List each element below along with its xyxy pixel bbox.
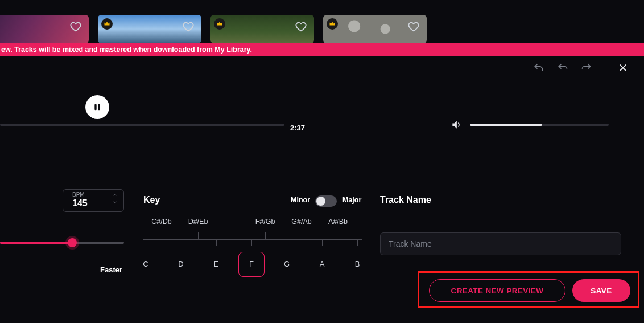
template-card[interactable] bbox=[0, 15, 89, 43]
key-option-csharp[interactable]: C#/Db bbox=[151, 218, 171, 226]
key-option-e[interactable]: E bbox=[214, 260, 219, 268]
key-option-f[interactable]: F bbox=[249, 260, 254, 268]
template-card[interactable] bbox=[98, 15, 201, 43]
playback-duration: 2:37 bbox=[290, 124, 305, 132]
volume-icon[interactable] bbox=[451, 119, 462, 133]
track-name-input[interactable] bbox=[380, 232, 621, 255]
key-option-dsharp[interactable]: D#/Eb bbox=[188, 218, 208, 226]
chevron-up-icon[interactable] bbox=[111, 192, 119, 198]
create-preview-button[interactable]: CREATE NEW PREVIEW bbox=[429, 279, 565, 302]
key-mode-toggle[interactable] bbox=[315, 195, 337, 207]
tempo-slider-fill bbox=[0, 242, 72, 244]
crown-icon bbox=[101, 18, 113, 30]
crown-icon bbox=[214, 18, 225, 30]
info-banner: ew. Tracks will be mixed and mastered wh… bbox=[0, 43, 644, 56]
key-picker: C#/Db D#/Eb F#/Gb G#/Ab A#/Bb C D E bbox=[143, 218, 362, 273]
redo-icon[interactable] bbox=[581, 62, 592, 76]
reply-icon[interactable] bbox=[533, 62, 544, 76]
key-option-a[interactable]: A bbox=[320, 260, 325, 268]
player-bar: 2:37 bbox=[0, 81, 644, 138]
key-option-g[interactable]: G bbox=[284, 260, 290, 268]
volume-slider[interactable] bbox=[470, 124, 609, 126]
close-icon[interactable] bbox=[618, 63, 628, 75]
bpm-stepper[interactable]: BPM 145 bbox=[63, 189, 124, 212]
crown-icon bbox=[327, 18, 338, 30]
key-option-d[interactable]: D bbox=[178, 260, 183, 268]
volume-slider-fill bbox=[470, 124, 542, 126]
tempo-slider-thumb[interactable] bbox=[68, 238, 77, 247]
key-option-asharp[interactable]: A#/Bb bbox=[328, 218, 348, 226]
track-name-label: Track Name bbox=[380, 195, 431, 205]
divider bbox=[605, 63, 605, 75]
key-naturals-row: C D E F G A B bbox=[143, 260, 362, 273]
bpm-label: BPM bbox=[72, 191, 85, 198]
key-option-c[interactable]: C bbox=[143, 260, 148, 268]
chevron-down-icon[interactable] bbox=[111, 199, 119, 205]
playback-progress[interactable] bbox=[0, 124, 284, 126]
svg-rect-0 bbox=[94, 104, 96, 111]
bpm-value: 145 bbox=[72, 198, 88, 208]
save-button[interactable]: SAVE bbox=[572, 279, 630, 302]
template-card[interactable] bbox=[210, 15, 314, 43]
heart-icon[interactable] bbox=[182, 21, 195, 35]
undo-icon[interactable] bbox=[557, 62, 568, 76]
key-sharps-row: C#/Db D#/Eb F#/Gb G#/Ab A#/Bb bbox=[143, 218, 362, 229]
key-axis bbox=[143, 232, 362, 250]
svg-rect-1 bbox=[98, 104, 100, 111]
heart-icon[interactable] bbox=[295, 21, 307, 35]
pause-icon bbox=[93, 103, 102, 112]
key-section-label: Key bbox=[143, 195, 160, 205]
pause-button[interactable] bbox=[85, 95, 109, 119]
tempo-label: Faster bbox=[100, 265, 122, 274]
toggle-knob bbox=[316, 197, 325, 206]
minor-label: Minor bbox=[291, 196, 310, 204]
template-thumbnail-row bbox=[0, 15, 427, 43]
key-option-fsharp[interactable]: F#/Gb bbox=[255, 218, 275, 226]
key-option-b[interactable]: B bbox=[355, 260, 360, 268]
key-option-gsharp[interactable]: G#/Ab bbox=[291, 218, 311, 226]
major-label: Major bbox=[342, 196, 361, 204]
heart-icon[interactable] bbox=[407, 21, 420, 35]
editor-toolbar bbox=[0, 56, 644, 81]
template-card[interactable] bbox=[323, 15, 427, 43]
heart-icon[interactable] bbox=[69, 21, 82, 35]
